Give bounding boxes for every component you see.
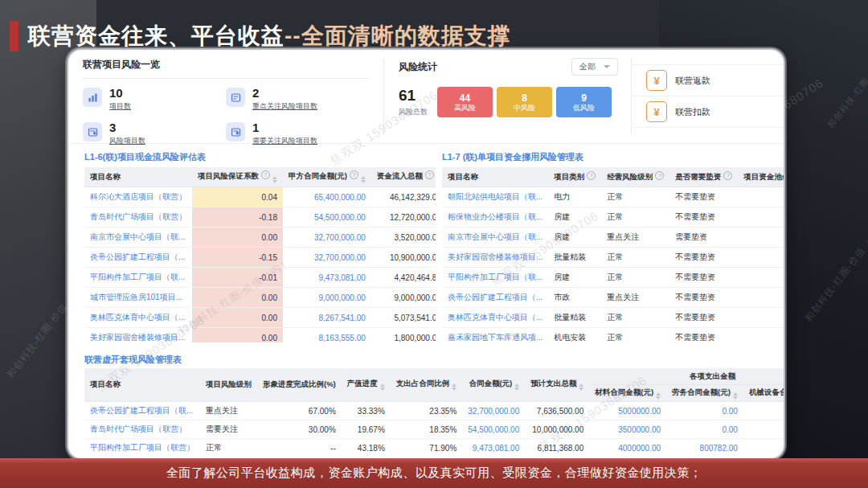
column-header: 经营风险级别 xyxy=(601,167,669,187)
stat-label[interactable]: 需要关注风险项目数 xyxy=(252,136,317,146)
title-accent-bar xyxy=(10,21,18,51)
project-name-cell[interactable]: 平阳构件加工厂项目（联... xyxy=(442,268,548,288)
info-icon[interactable] xyxy=(425,170,434,179)
cell: 951,900 xyxy=(738,228,784,248)
stat-project-count: 10 项目数 xyxy=(83,87,226,112)
sort-icon[interactable] xyxy=(380,383,385,391)
project-name-cell[interactable]: 南京市会展中心项目（联... xyxy=(442,228,548,248)
info-icon[interactable] xyxy=(655,171,664,180)
column-header[interactable]: 预计支出总额 xyxy=(525,368,589,402)
project-name-cell[interactable]: 美好家园宿舍楼装修项目... xyxy=(84,328,192,343)
cell: 8,267,541.00 xyxy=(283,308,371,328)
sort-icon[interactable] xyxy=(272,176,277,183)
column-header[interactable]: 资金流入总额 xyxy=(371,167,436,187)
info-icon[interactable] xyxy=(350,170,358,179)
project-name-cell[interactable]: 炎帝公园扩建工程项目（... xyxy=(84,248,192,268)
cell: 4,420,464.80 xyxy=(371,268,436,288)
project-name-cell[interactable]: 平阳构件加工厂项目（联... xyxy=(84,268,192,288)
project-name-cell[interactable]: 科尔沁大酒店项目（联营） xyxy=(84,187,192,207)
column-header[interactable]: 项目风险保证系数 xyxy=(192,167,283,187)
badge-value: 8 xyxy=(522,93,527,103)
badge-label: 低风险 xyxy=(573,105,595,112)
project-name-cell[interactable]: 城市管理应急房101项目... xyxy=(84,288,192,308)
info-icon[interactable] xyxy=(723,171,732,180)
project-name-cell[interactable]: 青岛时代广场项目（联营） xyxy=(84,420,200,439)
low-risk-badge[interactable]: 9 低风险 xyxy=(556,87,612,117)
cell: 9,000,000.00 xyxy=(371,288,436,308)
page-title: 联营资金往来、平台收益--全面清晰的数据支撑 xyxy=(28,21,511,51)
column-header[interactable]: 甲方合同金额(元) xyxy=(283,167,371,187)
risk-filter-value: 全部 xyxy=(579,61,596,72)
cell: 9,473,081.00 xyxy=(283,268,371,288)
cell: 1,096,000 xyxy=(738,248,784,268)
cell: 3,520,000.00 xyxy=(371,228,436,248)
risk-total-value: 61 xyxy=(399,88,428,103)
column-header[interactable]: 合同金额(元) xyxy=(462,368,525,402)
cashflow-risk-table: 项目名称项目风险保证系数甲方合同金额(元)资金流入总额资金流出总额科尔沁大酒店项… xyxy=(84,167,436,342)
badge-value: 9 xyxy=(581,93,587,103)
column-header[interactable]: 材料合同金额(元) xyxy=(589,385,666,402)
table-row: 南京市会展中心项目（联...房建重点关注需要垫资951,900 xyxy=(442,228,784,248)
project-name-cell[interactable]: 炎帝公园扩建工程项目（联... xyxy=(84,402,200,420)
cell: 1,500,000.00 xyxy=(743,420,784,439)
column-header[interactable]: 机械设备合同金额(元) xyxy=(743,385,784,402)
column-header[interactable]: 产值进度 xyxy=(342,368,391,402)
stat-label[interactable]: 项目数 xyxy=(109,101,131,112)
cell: 10,900,000.00 xyxy=(371,248,436,268)
sort-icon[interactable] xyxy=(452,383,457,391)
table-row: 科尔沁大酒店项目（联营）0.0465,400,000.0046,142,329.… xyxy=(84,187,436,207)
stat-value: 3 xyxy=(109,121,145,133)
column-header[interactable]: 劳务合同金额(元) xyxy=(666,385,743,402)
cell: 需要垫资 xyxy=(669,228,738,248)
project-name-cell[interactable]: 奥林匹克体育中心项目（... xyxy=(84,308,192,328)
cell: 不需要垫资 xyxy=(669,328,738,343)
high-risk-badge[interactable]: 44 高风险 xyxy=(437,87,493,117)
badge-label: 中风险 xyxy=(514,105,535,112)
stat-watch-risk-projects: 1 需要关注风险项目数 xyxy=(226,121,369,146)
cell: 0.04 xyxy=(192,187,283,207)
project-name-cell[interactable]: 榕保物业办公楼项目（联... xyxy=(442,207,548,228)
cashflow-table-title: L1-6(联)项目现金流风险评估表 xyxy=(84,151,206,163)
joint-deduction-action[interactable]: 联营扣款 xyxy=(632,96,784,128)
overview-section-title: 联营项目风险一览 xyxy=(83,58,369,72)
risk-filter-select[interactable]: 全部 xyxy=(571,58,618,76)
project-name-cell[interactable]: 奥林匹克体育中心项目（... xyxy=(442,308,548,328)
sort-icon[interactable] xyxy=(361,176,366,183)
project-name-cell[interactable]: 青岛时代广场项目（联营） xyxy=(84,207,192,228)
sort-icon[interactable] xyxy=(579,383,583,391)
table-row: 平阳构件加工厂项目（联...房建正常不需要垫资1,132,362 xyxy=(442,268,784,288)
info-icon[interactable] xyxy=(261,170,270,179)
cell: -0.15 xyxy=(192,248,283,268)
project-name-cell[interactable]: 南京市会展中心项目（联... xyxy=(84,228,192,248)
data-table: 项目名称项目风险级别形象进度完成比例(%)产值进度支出占合同比例合同金额(元)预… xyxy=(84,368,784,455)
stat-value: 10 xyxy=(109,87,131,99)
sort-icon[interactable] xyxy=(733,392,738,400)
table-row: 南京市会展中心项目（联...0.0032,700,000.003,520,000… xyxy=(84,228,436,248)
quick-actions-section: 联营返款 联营扣款 xyxy=(632,50,784,143)
cell: -- xyxy=(257,439,342,456)
project-name-cell[interactable]: 炎帝公园扩建工程项目（... xyxy=(442,288,548,308)
sort-icon[interactable] xyxy=(656,392,661,400)
mid-risk-badge[interactable]: 8 中风险 xyxy=(497,87,552,117)
cell: 30.00% xyxy=(257,420,342,439)
table-row: 炎帝公园扩建工程项目（...市政重点关注不需要垫资3,733,500 xyxy=(442,288,784,308)
cell: 32,700,000.00 xyxy=(462,402,525,420)
joint-refund-action[interactable]: 联营返款 xyxy=(632,64,784,96)
cell: 5000000.00 xyxy=(589,402,666,420)
cell: 房建 xyxy=(548,228,601,248)
column-header[interactable]: 支出占合同比例 xyxy=(391,368,463,402)
cell: 重点关注 xyxy=(200,402,257,420)
cell: 0.00 xyxy=(192,228,283,248)
project-name-cell[interactable]: 朝阳北站供电站项目（联... xyxy=(442,187,548,207)
stat-label[interactable]: 重点关注风险项目数 xyxy=(252,101,317,112)
project-name-cell[interactable]: 美好家园宿舍楼装修项目... xyxy=(442,248,548,268)
project-name-cell[interactable]: 平阳构件加工厂项目（联营） xyxy=(84,439,200,456)
sort-icon[interactable] xyxy=(514,383,519,391)
cell: 800782.00 xyxy=(666,439,743,456)
info-icon[interactable] xyxy=(587,171,596,180)
stat-label[interactable]: 风险项目数 xyxy=(109,136,145,146)
cell: 0.00 xyxy=(666,420,743,439)
project-name-cell[interactable]: 嘉禾家园地下车库通风项... xyxy=(442,328,548,343)
table-row: 平阳构件加工厂项目（联...-0.019,473,081.004,420,464… xyxy=(84,268,436,288)
cell: 1,800,000.00 xyxy=(371,328,436,343)
